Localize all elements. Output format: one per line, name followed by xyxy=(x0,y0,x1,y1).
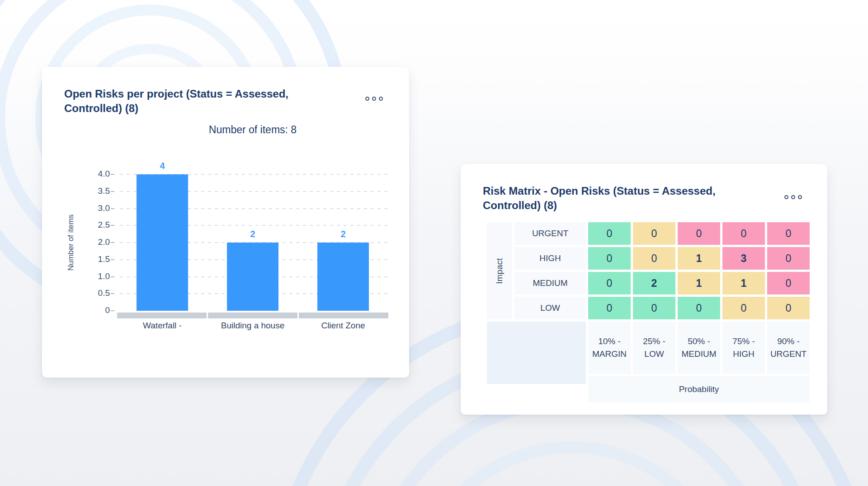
widget-title: Open Risks per project (Status = Assesse… xyxy=(64,87,344,116)
risk-matrix-widget: Risk Matrix - Open Risks (Status = Asses… xyxy=(461,164,827,415)
risk-matrix-cell[interactable]: 0 xyxy=(767,297,810,319)
risk-matrix-cell[interactable]: 0 xyxy=(588,222,631,245)
widget-title: Risk Matrix - Open Risks (Status = Asses… xyxy=(483,184,763,213)
dot-icon xyxy=(791,195,795,199)
y-axis-tick xyxy=(111,191,114,192)
widget-menu-button[interactable] xyxy=(783,193,804,201)
dot-icon xyxy=(798,195,802,199)
y-axis-title: Number of items xyxy=(66,174,76,311)
risk-matrix-cell[interactable]: 1 xyxy=(678,247,720,270)
y-axis-tick xyxy=(111,293,114,294)
probability-column-header: 10% - MARGIN xyxy=(588,322,631,374)
bar-value-label: 2 xyxy=(208,229,298,239)
probability-column-header: 50% - MEDIUM xyxy=(678,322,720,374)
matrix-corner-spacer xyxy=(487,322,586,384)
risk-matrix-cell[interactable]: 0 xyxy=(722,222,765,245)
risk-matrix-cell[interactable]: 3 xyxy=(722,247,765,270)
bar-chart-plot-area: 4.03.53.02.52.01.51.00.50422 xyxy=(117,174,388,311)
risk-matrix-cell[interactable]: 0 xyxy=(678,222,720,245)
y-axis-tick-label: 2.0 xyxy=(88,237,110,247)
x-axis-labels: Waterfall -Building a houseClient Zone xyxy=(117,321,388,331)
risk-matrix-cell[interactable]: 0 xyxy=(767,247,810,270)
y-axis-tick-label: 4.0 xyxy=(88,169,110,179)
dot-icon xyxy=(784,195,788,199)
probability-column-header: 25% - LOW xyxy=(633,322,675,374)
risk-matrix-cell[interactable]: 0 xyxy=(633,297,675,319)
risk-matrix-cell[interactable]: 1 xyxy=(678,272,720,294)
x-axis-category-label: Client Zone xyxy=(298,321,388,331)
dot-icon xyxy=(365,97,369,101)
y-axis-tick-label: 3.0 xyxy=(88,203,110,213)
risk-matrix-cell[interactable]: 0 xyxy=(767,272,810,294)
y-axis-tick xyxy=(111,276,114,277)
probability-column-header: 75% - HIGH xyxy=(722,322,765,374)
dot-icon xyxy=(379,97,383,101)
widget-menu-button[interactable] xyxy=(363,95,385,103)
risk-matrix-cell[interactable]: 0 xyxy=(633,222,675,245)
bar-value-label: 4 xyxy=(117,161,208,171)
risk-matrix-cell[interactable]: 0 xyxy=(588,297,631,319)
y-axis-tick-label: 3.5 xyxy=(88,186,110,196)
y-axis-tick xyxy=(111,174,114,175)
x-axis-category-label: Waterfall - xyxy=(117,321,208,331)
impact-axis-label: Impact xyxy=(487,222,512,319)
y-axis-tick-label: 0 xyxy=(88,305,110,315)
dashboard-background: { "icons": { "card_menu": "three-dots-ho… xyxy=(0,0,868,486)
y-axis-tick-label: 0.5 xyxy=(88,288,110,298)
y-axis-tick xyxy=(111,310,114,311)
risk-matrix-cell[interactable]: 0 xyxy=(722,297,765,319)
impact-row-label: HIGH xyxy=(514,247,586,270)
y-axis-tick-label: 1.0 xyxy=(88,271,110,281)
dot-icon xyxy=(372,97,376,101)
risk-matrix-cell[interactable]: 0 xyxy=(588,247,631,270)
bar[interactable] xyxy=(137,174,188,311)
x-axis-band-segment xyxy=(299,313,388,318)
risk-matrix-cell[interactable]: 2 xyxy=(633,272,675,294)
y-axis-tick-label: 2.5 xyxy=(88,220,110,230)
probability-axis-label: Probability xyxy=(588,376,810,402)
risk-matrix-cell[interactable]: 0 xyxy=(678,297,720,319)
bar-value-label: 2 xyxy=(298,229,388,239)
probability-column-header: 90% - URGENT xyxy=(767,322,810,374)
open-risks-per-project-widget: Open Risks per project (Status = Assesse… xyxy=(42,67,409,378)
risk-matrix-cell[interactable]: 1 xyxy=(722,272,765,294)
y-axis-tick xyxy=(111,225,114,226)
risk-matrix-cell[interactable]: 0 xyxy=(767,222,810,245)
y-axis-tick xyxy=(111,242,114,243)
impact-row-label: MEDIUM xyxy=(514,272,586,294)
impact-row-label: LOW xyxy=(514,297,586,319)
risk-matrix-table: ImpactURGENT00000HIGH00130MEDIUM02110LOW… xyxy=(487,222,810,402)
x-axis-band xyxy=(117,313,388,318)
y-axis-tick-label: 1.5 xyxy=(88,254,110,264)
y-axis-tick xyxy=(111,259,114,260)
x-axis-band-segment xyxy=(117,313,207,318)
impact-row-label: URGENT xyxy=(514,222,586,245)
x-axis-band-segment xyxy=(208,313,297,318)
chart-subtitle: Number of items: 8 xyxy=(117,124,388,136)
y-axis-tick xyxy=(111,208,114,209)
x-axis-category-label: Building a house xyxy=(208,321,298,331)
risk-matrix-cell[interactable]: 0 xyxy=(633,247,675,270)
bar[interactable] xyxy=(317,243,369,311)
risk-matrix-cell[interactable]: 0 xyxy=(588,272,631,294)
bar[interactable] xyxy=(227,243,278,311)
